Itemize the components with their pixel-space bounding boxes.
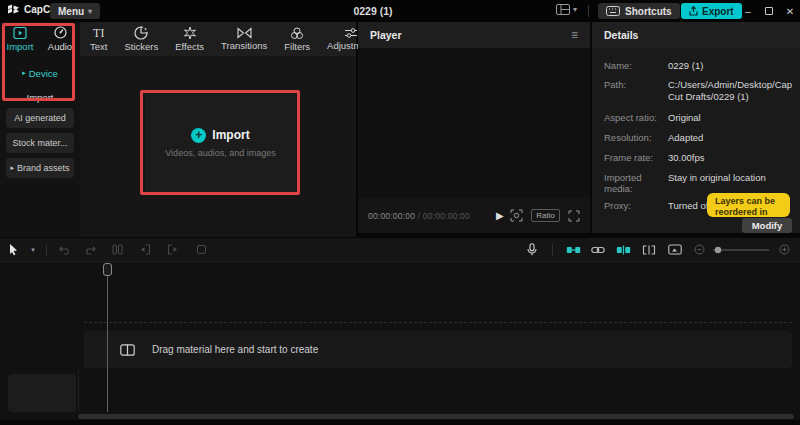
tab-import-label: Import: [7, 41, 34, 52]
zoom-in-button[interactable]: [772, 244, 796, 255]
details-row-frame-rate: Frame rate: 30.00fps: [604, 152, 796, 164]
close-button[interactable]: ✕: [782, 3, 798, 19]
adjustment-icon: [344, 27, 358, 39]
maximize-button[interactable]: [761, 3, 777, 19]
link-icon: [591, 245, 605, 255]
player-controls: 00:00:00:00 / 00:00:00:00 ▶ Ratio: [358, 198, 590, 233]
undo-button[interactable]: [53, 245, 77, 255]
zoom-out-button[interactable]: [688, 244, 710, 255]
details-label: Aspect ratio:: [604, 112, 668, 124]
timeline-dropzone[interactable]: Drag material here and start to create: [84, 331, 792, 368]
player-menu-icon[interactable]: ≡: [571, 28, 578, 42]
tool-text[interactable]: TI Text: [90, 26, 107, 52]
details-label: Frame rate:: [604, 152, 668, 164]
export-label: Export: [702, 6, 734, 17]
tool-effects-label: Effects: [175, 41, 204, 52]
chevron-down-icon[interactable]: ▾: [26, 246, 40, 254]
fit-preview-icon[interactable]: [510, 209, 523, 222]
details-header: Details: [592, 22, 800, 48]
zoom-slider-track: [711, 245, 771, 255]
split-track-toggle[interactable]: [636, 245, 662, 255]
tool-text-label: Text: [90, 41, 107, 52]
preview-axis-icon: [616, 245, 631, 255]
details-value: 30.00fps: [668, 152, 796, 164]
sidebar-item-stock-materials[interactable]: Stock mater...: [6, 133, 74, 153]
details-label: Proxy:: [604, 200, 668, 212]
redo-icon: [84, 245, 96, 255]
details-title: Details: [604, 29, 638, 41]
tab-import[interactable]: Import: [0, 22, 40, 56]
sidebar-item-ai-generated[interactable]: AI generated: [6, 108, 74, 128]
split-button[interactable]: [103, 244, 131, 255]
sidebar-item-import[interactable]: Import: [0, 87, 80, 107]
tool-filters-label: Filters: [284, 41, 310, 52]
preview-axis-toggle[interactable]: [610, 245, 636, 255]
playhead-line[interactable]: [107, 263, 108, 412]
media-tabs-strip: Import Audio: [0, 22, 80, 56]
keyboard-icon: [606, 6, 620, 16]
delete-button[interactable]: [187, 244, 215, 255]
sidebar-item-brand-assets[interactable]: ▸ Brand assets: [6, 158, 74, 178]
menu-button[interactable]: Menu ▾: [50, 3, 100, 19]
delete-icon: [196, 244, 207, 255]
media-track-icon: [120, 344, 135, 356]
timeline-panel: [0, 238, 800, 420]
main-track-magnet-toggle[interactable]: [560, 245, 586, 255]
timecode-separator: /: [415, 211, 423, 221]
tool-filters[interactable]: Filters: [284, 27, 310, 52]
tool-stickers[interactable]: Stickers: [124, 26, 158, 52]
tool-effects[interactable]: Effects: [175, 26, 204, 52]
details-label: Imported media:: [604, 172, 668, 194]
record-voiceover-button[interactable]: [519, 243, 545, 256]
close-icon: ✕: [786, 6, 794, 17]
magnet-icon: [566, 245, 581, 255]
details-label: Path:: [604, 79, 668, 103]
tool-transitions[interactable]: Transitions: [221, 27, 267, 51]
delete-left-button[interactable]: [131, 244, 159, 255]
sidebar-item-device-label: Device: [29, 68, 58, 79]
workspace-layout-button[interactable]: ▾: [556, 4, 577, 15]
horizontal-scrollbar[interactable]: [78, 414, 794, 419]
select-tool-button[interactable]: [0, 243, 26, 256]
linkage-toggle[interactable]: [586, 245, 610, 255]
import-media-icon: [13, 27, 27, 39]
details-value: Stay in original location: [668, 172, 796, 194]
media-sidebar: ▸ Device Import AI generated Stock mater…: [0, 56, 80, 237]
caret-icon: ▸: [22, 69, 26, 77]
minimize-button[interactable]: –: [740, 3, 756, 19]
maximize-icon: [765, 7, 773, 15]
top-bar: [0, 0, 800, 22]
redo-button[interactable]: [77, 245, 103, 255]
delete-right-button[interactable]: [159, 244, 187, 255]
transitions-icon: [237, 27, 252, 39]
sidebar-item-device[interactable]: ▸ Device: [0, 63, 80, 83]
details-row-name: Name: 0229 (1): [604, 60, 796, 72]
import-dropzone[interactable]: + Import Videos, audios, and images: [145, 93, 296, 192]
stickers-icon: [134, 26, 148, 40]
shortcuts-label: Shortcuts: [625, 6, 672, 17]
fullscreen-icon[interactable]: [568, 210, 580, 222]
tab-audio-label: Audio: [48, 41, 72, 52]
media-toolbar: TI Text Stickers Effects Transitions: [80, 22, 356, 56]
tab-audio[interactable]: Audio: [40, 22, 80, 56]
sidebar-item-import-label: Import: [27, 92, 54, 103]
chevron-down-icon: ▾: [88, 7, 92, 16]
shortcuts-button[interactable]: Shortcuts: [598, 3, 680, 19]
effects-icon: [183, 26, 197, 40]
details-label: Resolution:: [604, 132, 668, 144]
cover-button[interactable]: [662, 244, 688, 255]
export-button[interactable]: Export: [681, 3, 742, 19]
zoom-in-icon: [779, 244, 790, 255]
chevron-down-icon: ▾: [573, 5, 577, 14]
player-title: Player: [370, 29, 402, 41]
capcut-window: CapCut Menu ▾ 0229 (1) ▾ Shortcuts Expor…: [0, 0, 800, 425]
timeline-zoom-slider[interactable]: [710, 245, 772, 255]
text-icon: TI: [93, 26, 104, 40]
document-title: 0229 (1): [353, 5, 392, 17]
topbar-divider: [588, 5, 589, 17]
filters-icon: [290, 27, 304, 40]
modify-button[interactable]: Modify: [742, 218, 792, 233]
playhead-handle[interactable]: [103, 263, 112, 276]
play-button[interactable]: ▶: [496, 210, 504, 221]
ratio-button[interactable]: Ratio: [531, 209, 560, 222]
